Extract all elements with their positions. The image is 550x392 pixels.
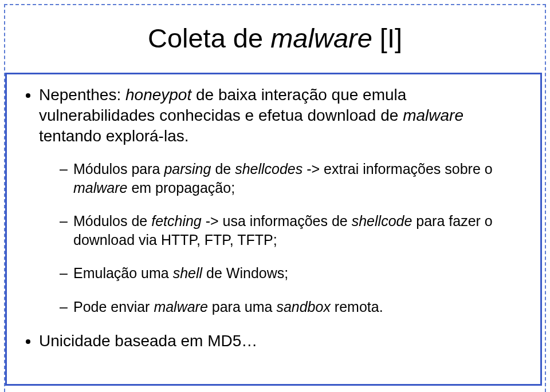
bullet-md5: Unicidade baseada em MD5… (39, 331, 524, 351)
text: Unicidade baseada em MD5… (39, 332, 257, 350)
slide-frame: Coleta de malware [I] Nepenthes: honeypo… (4, 4, 546, 392)
text-italic: shellcode (352, 213, 412, 229)
text-italic: sandbox (276, 299, 331, 315)
sub-bullet-shell: Emulação uma shell de Windows; (60, 264, 524, 283)
text-italic: honeypot (125, 86, 191, 104)
text-italic: parsing (164, 161, 211, 177)
bullet-nepenthes: Nepenthes: honeypot de baixa interação q… (39, 85, 524, 316)
text: remota. (331, 299, 383, 315)
text-italic: malware (73, 180, 127, 196)
sub-bullet-fetching: Módulos de fetching -> usa informações d… (60, 212, 524, 249)
text: de (211, 161, 235, 177)
text: tentando explorá-las. (39, 127, 189, 145)
text-italic: shell (173, 265, 202, 281)
top-list: Nepenthes: honeypot de baixa interação q… (23, 85, 524, 351)
text: -> usa informações de (202, 213, 352, 229)
text: para uma (208, 299, 277, 315)
sub-bullet-sandbox: Pode enviar malware para uma sandbox rem… (60, 298, 524, 316)
text-italic: malware (403, 106, 463, 124)
text: de Windows; (202, 265, 288, 281)
slide-title: Coleta de malware [I] (5, 22, 545, 54)
title-suffix: [I] (372, 23, 402, 53)
sub-bullet-parsing: Módulos para parsing de shellcodes -> ex… (60, 160, 524, 197)
text: em propagação; (127, 180, 235, 196)
text-italic: malware (154, 299, 207, 315)
text: Pode enviar (73, 299, 154, 315)
text: Módulos de (73, 213, 151, 229)
text: Nepenthes: (39, 86, 125, 104)
text: Emulação uma (73, 265, 173, 281)
text: Módulos para (73, 161, 164, 177)
title-italic: malware (270, 23, 372, 53)
title-prefix: Coleta de (148, 23, 270, 53)
text-italic: shellcodes (235, 161, 302, 177)
content-box: Nepenthes: honeypot de baixa interação q… (5, 73, 542, 386)
text: -> extrai informações sobre o (302, 161, 492, 177)
sub-list: Módulos para parsing de shellcodes -> ex… (39, 160, 524, 316)
text-italic: fetching (151, 213, 202, 229)
